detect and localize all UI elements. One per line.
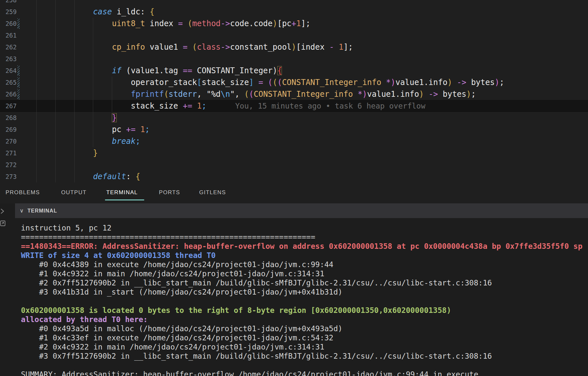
indent-guide — [36, 29, 37, 41]
code-token — [263, 78, 268, 87]
tab-ports[interactable]: PORTS — [159, 183, 180, 203]
code-token: * — [386, 78, 390, 87]
code-line[interactable]: 270 break; — [0, 135, 588, 147]
code-token — [183, 19, 187, 28]
code-token: 1 — [296, 19, 301, 28]
code-token: ) — [291, 43, 296, 52]
code-token: ) — [273, 66, 277, 75]
line-number: 267 — [0, 100, 17, 112]
code-text[interactable]: uint8_t index = (method->code.code)[pc+1… — [36, 18, 310, 29]
code-token: case — [93, 7, 112, 16]
code-token: ) — [495, 78, 499, 87]
code-text[interactable]: fprintf(stderr, "%d\n", ((CONSTANT_Integ… — [36, 88, 476, 100]
indent-guide — [93, 53, 93, 65]
line-number: 273 — [0, 171, 17, 182]
code-text[interactable]: operator_stack[stack_size] = (((CONSTANT… — [36, 77, 504, 88]
code-text[interactable]: cp_info value1 = (class->constant_pool)[… — [36, 41, 353, 53]
code-token — [452, 78, 457, 87]
code-token: \n — [221, 90, 230, 99]
git-blame-annotation: You, 15 minutes ago • task 6 heap overfl… — [235, 102, 425, 110]
indent-guide — [74, 29, 75, 41]
code-token: value1.info — [367, 90, 419, 99]
code-line[interactable]: 259 case i_ldc: { — [0, 6, 588, 18]
code-line[interactable]: 267 stack_size += 1;You, 15 minutes ago … — [0, 100, 588, 112]
terminal-line: #0 0x4c4389 in execute /home/jdao/cs24/p… — [21, 260, 333, 269]
code-text[interactable]: break; — [36, 135, 140, 147]
code-line[interactable]: 261 — [0, 29, 588, 41]
code-line[interactable]: 269 pc += 1; — [0, 124, 588, 135]
code-token: fprintf — [131, 90, 164, 99]
code-token: ] — [301, 19, 305, 28]
terminal-output[interactable]: instruction 5, pc 12====================… — [0, 203, 588, 376]
code-line[interactable]: 262 cp_info value1 = (class->constant_po… — [0, 41, 588, 53]
code-text[interactable]: default: { — [36, 171, 140, 182]
code-token: = — [258, 78, 263, 87]
code-line[interactable]: 268 } — [0, 112, 588, 124]
code-token: pc — [282, 19, 291, 28]
code-token: index — [301, 43, 329, 52]
line-number: 262 — [0, 41, 17, 53]
tab-problems[interactable]: PROBLEMS — [6, 183, 40, 203]
code-token: CONSTANT_Integer_info — [282, 78, 386, 87]
code-token: ; — [499, 78, 504, 87]
code-token: ) — [466, 90, 471, 99]
code-text[interactable]: } — [36, 112, 117, 124]
code-token: ] — [343, 43, 348, 52]
terminal-line: #1 0x4c33ef in execute /home/jdao/cs24/p… — [21, 333, 333, 342]
code-token: code.code — [230, 19, 272, 28]
terminal-line: 0x602000001358 is located 0 bytes to the… — [21, 306, 451, 315]
code-token — [424, 90, 428, 99]
tab-gitlens[interactable]: GITLENS — [199, 183, 226, 203]
code-token — [187, 43, 192, 52]
code-line[interactable]: 266 fprintf(stderr, "%d\n", ((CONSTANT_I… — [0, 88, 588, 100]
code-token — [334, 43, 338, 52]
gutter-modified-indicator — [17, 18, 20, 29]
code-token: ) — [419, 90, 424, 99]
terminal-line: SUMMARY: AddressSanitizer: heap-buffer-o… — [21, 370, 478, 376]
gutter-modified-indicator — [17, 77, 20, 88]
line-number: 266 — [0, 88, 17, 100]
code-line[interactable]: 272 — [0, 159, 588, 171]
code-token — [135, 125, 140, 134]
line-number: 261 — [0, 29, 17, 41]
code-token — [36, 66, 112, 75]
code-text[interactable]: if (value1.tag == CONSTANT_Integer){ — [36, 65, 282, 77]
code-token: ( — [192, 43, 197, 52]
code-text[interactable]: stack_size += 1;You, 15 minutes ago • ta… — [36, 100, 425, 112]
code-line[interactable]: 265 operator_stack[stack_size] = (((CONS… — [0, 77, 588, 88]
code-token: [ — [277, 19, 282, 28]
code-line[interactable]: 273 default: { — [0, 171, 588, 182]
line-number: 271 — [0, 147, 17, 159]
code-line[interactable]: 264 if (value1.tag == CONSTANT_Integer){ — [0, 65, 588, 77]
code-token: -> — [428, 90, 438, 99]
vscode-window: { "editor": { "blame": "You, 15 minutes … — [0, 0, 588, 376]
panel-tab-bar: PROBLEMS OUTPUT TERMINAL PORTS GITLENS — [0, 183, 588, 203]
code-line[interactable]: 260 uint8_t index = (method->code.code)[… — [0, 18, 588, 29]
code-token: stack_size — [202, 78, 249, 87]
code-token: ( — [164, 90, 168, 99]
code-text[interactable]: pc += 1; — [36, 124, 150, 135]
line-number: 270 — [0, 135, 17, 147]
code-text[interactable]: } — [36, 147, 98, 159]
code-token: { — [277, 66, 282, 75]
code-token: ( — [268, 78, 272, 87]
code-line[interactable]: 271 } — [0, 147, 588, 159]
code-line[interactable]: 258 — [0, 0, 588, 6]
code-token: operator_stack — [131, 78, 197, 87]
code-token: CONSTANT_Integer_info — [254, 90, 358, 99]
code-token: -> — [221, 19, 230, 28]
code-token: value1 — [145, 43, 183, 52]
code-editor[interactable]: 258259 case i_ldc: {260 uint8_t index = … — [0, 0, 588, 183]
code-token: ( — [277, 78, 282, 87]
code-token: + — [291, 19, 296, 28]
line-number: 269 — [0, 124, 17, 135]
code-token: ; — [202, 101, 206, 111]
code-token: ; — [145, 125, 149, 134]
code-line[interactable]: 263 — [0, 53, 588, 65]
bottom-panel: ∨ TERMINAL instruction 5, pc 12=========… — [0, 203, 588, 376]
tab-output[interactable]: OUTPUT — [61, 183, 87, 203]
code-token: += — [183, 101, 192, 111]
terminal-line: ========================================… — [21, 232, 315, 242]
code-token: ( — [273, 78, 277, 87]
code-text[interactable]: case i_ldc: { — [36, 6, 154, 18]
